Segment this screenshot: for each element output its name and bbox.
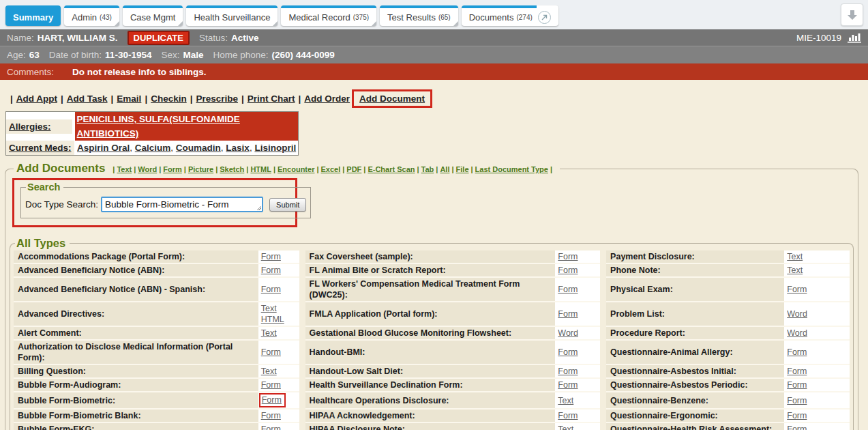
input-resize-grip[interactable] [256, 205, 261, 210]
doc-open-link-form[interactable]: Form [261, 266, 281, 275]
chart-id: MIE-10019 [796, 33, 841, 43]
download-button[interactable] [841, 3, 863, 26]
external-arrow-icon[interactable] [538, 11, 551, 24]
tab-test-results[interactable]: Test Results(65) [380, 5, 458, 26]
link-separator: | [241, 94, 244, 104]
med-link-aspirin-oral[interactable]: Aspirin Oral [77, 143, 130, 153]
submit-button[interactable]: Submit [269, 198, 306, 212]
tab-summary[interactable]: Summary [5, 5, 61, 26]
doc-open-link-text[interactable]: Text [558, 425, 573, 430]
doc-type-link-cell: Form [555, 278, 600, 302]
doc-open-link-form[interactable]: Form [787, 347, 807, 357]
doc-quick-link-tab[interactable]: Tab [421, 165, 434, 173]
doc-type-link-cell: Form [555, 250, 600, 264]
doc-type-link-cell: Form [258, 423, 299, 430]
add-document-link[interactable]: Add Document [359, 94, 425, 104]
med-link-lasix[interactable]: Lasix [226, 143, 250, 153]
doc-type-row: Bubble Form-Audiogram:FormHealth Surveil… [14, 379, 850, 392]
action-link-add-appt[interactable]: Add Appt [16, 94, 57, 104]
doc-open-link-word[interactable]: Word [558, 328, 578, 338]
doc-open-link-form[interactable]: Form [261, 285, 281, 294]
doc-open-link-form[interactable]: Form [558, 380, 578, 390]
doc-open-link-form[interactable]: Form [261, 252, 281, 261]
tab-case-mgmt[interactable]: Case Mgmt [123, 5, 183, 26]
tab-label: Documents [469, 12, 514, 23]
link-separator: | [215, 165, 218, 173]
column-gap [600, 365, 606, 379]
add-documents-title: Add Documents [16, 162, 105, 175]
doc-open-link-html[interactable]: HTML [261, 315, 284, 324]
action-link-prescribe[interactable]: Prescribe [196, 94, 238, 104]
doc-open-link-form[interactable]: Form [787, 380, 807, 390]
patient-demographics-band: Age: 63 Date of birth: 11-30-1954 Sex: M… [0, 46, 868, 63]
action-link-add-task[interactable]: Add Task [67, 94, 108, 104]
doc-open-link-form[interactable]: Form [261, 425, 281, 430]
doc-type-search-input[interactable] [101, 197, 263, 212]
doc-quick-link-picture[interactable]: Picture [188, 165, 213, 173]
doc-open-link-form[interactable]: Form [787, 367, 807, 376]
doc-open-link-form[interactable]: Form [261, 347, 281, 357]
link-separator: | [316, 165, 318, 173]
doc-open-link-text[interactable]: Text [787, 252, 803, 261]
med-link-lisinopril[interactable]: Lisinopril [254, 143, 296, 153]
column-gap [600, 379, 606, 392]
doc-quick-link-last-document-type[interactable]: Last Document Type [475, 165, 548, 173]
doc-open-link-word[interactable]: Word [787, 309, 807, 319]
tab-label: Summary [13, 12, 53, 23]
column-gap [299, 379, 305, 392]
doc-open-link-form[interactable]: Form [558, 347, 578, 357]
doc-open-link-text[interactable]: Text [261, 367, 277, 376]
action-link-email[interactable]: Email [117, 94, 141, 104]
action-link-print-chart[interactable]: Print Chart [248, 94, 295, 104]
doc-type-label: Advanced Beneficiary Notice (ABN): [14, 264, 258, 278]
patient-dob: 11-30-1954 [105, 50, 151, 60]
current-meds-link[interactable]: Current Meds: [9, 143, 72, 153]
patient-phone: (260) 444-0099 [272, 50, 335, 60]
doc-open-link-form[interactable]: Form [558, 367, 578, 376]
doc-open-link-text[interactable]: Text [261, 328, 277, 338]
doc-quick-link-html[interactable]: HTML [250, 165, 271, 173]
doc-quick-link-word[interactable]: Word [138, 165, 157, 173]
doc-open-link-form[interactable]: Form [787, 411, 807, 420]
doc-open-link-word[interactable]: Word [787, 328, 807, 338]
tab-medical-record[interactable]: Medical Record(375) [281, 5, 376, 26]
doc-open-link-form[interactable]: Form [787, 285, 807, 294]
allergies-value[interactable]: PENICILLINS, SULFA(SULFONAMIDE ANTIBIOTI… [75, 112, 298, 141]
doc-open-link-form[interactable]: Form [261, 380, 281, 390]
doc-open-link-form[interactable]: Form [787, 425, 807, 430]
doc-open-link-text[interactable]: Text [787, 266, 803, 275]
doc-quick-link-encounter[interactable]: Encounter [278, 165, 314, 173]
doc-quick-link-file[interactable]: File [456, 165, 469, 173]
tab-documents[interactable]: Documents(274) [462, 5, 558, 26]
action-link-add-order[interactable]: Add Order [304, 94, 350, 104]
bar-chart-icon[interactable] [848, 32, 861, 44]
tab-health-surveillance[interactable]: Health Surveillance [186, 5, 278, 26]
doc-type-label: Questionnaire-Benzene: [606, 392, 784, 410]
doc-quick-link-e-chart-scan[interactable]: E-Chart Scan [368, 165, 415, 173]
doc-quick-link-sketch[interactable]: Sketch [220, 165, 244, 173]
allergies-link[interactable]: Allergies: [9, 121, 51, 132]
doc-open-link-form[interactable]: Form [558, 309, 578, 319]
doc-quick-link-excel[interactable]: Excel [321, 165, 341, 173]
doc-quick-link-all[interactable]: All [440, 165, 449, 173]
doc-open-link-form[interactable]: Form [261, 411, 281, 420]
doc-open-link-form[interactable]: Form [787, 396, 807, 405]
med-link-calcium[interactable]: Calcium [135, 143, 171, 153]
doc-type-link-cell: Form [258, 379, 299, 392]
doc-open-link-form[interactable]: Form [558, 252, 578, 261]
doc-open-link-text[interactable]: Text [261, 304, 277, 313]
doc-open-link-form[interactable]: Form [558, 411, 578, 420]
chart-tab-bar: SummaryAdmin(43)Case MgmtHealth Surveill… [0, 0, 868, 29]
doc-open-link-form[interactable]: Form [262, 395, 282, 405]
tab-admin[interactable]: Admin(43) [64, 5, 119, 26]
doc-open-link-form[interactable]: Form [558, 266, 578, 275]
med-link-coumadin[interactable]: Coumadin [176, 143, 221, 153]
doc-quick-link-form[interactable]: Form [163, 165, 182, 173]
current-meds-label-cell: Current Meds: [6, 141, 74, 155]
doc-open-link-form[interactable]: Form [558, 285, 578, 294]
doc-open-link-text[interactable]: Text [558, 396, 573, 405]
doc-quick-link-pdf[interactable]: PDF [346, 165, 361, 173]
doc-type-label: Health Surveillance Declination Form: [305, 379, 556, 392]
action-link-checkin[interactable]: Checkin [151, 94, 187, 104]
doc-quick-link-text[interactable]: Text [117, 165, 132, 173]
